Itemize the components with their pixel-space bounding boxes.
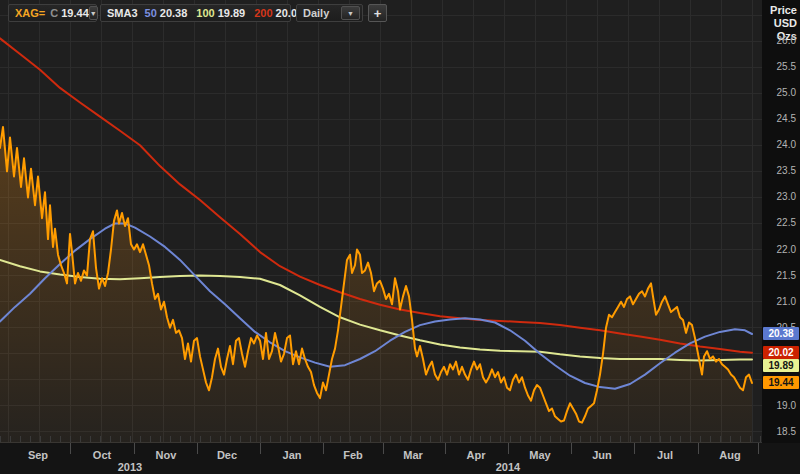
sma100-value: 19.89 xyxy=(218,7,246,19)
price-badge-sma50: 20.38 xyxy=(763,327,799,340)
instrument-symbol: XAG= xyxy=(15,7,45,19)
month-label: Apr xyxy=(456,449,496,461)
instrument-last-price: 19.44 xyxy=(61,7,89,19)
y-axis-label: 24.5 xyxy=(764,113,796,125)
month-tick xyxy=(698,443,699,454)
y-axis-label: 19.0 xyxy=(764,400,796,412)
price-axis[interactable]: PriceUSDOzs 26.025.525.024.524.023.523.0… xyxy=(762,0,800,443)
y-axis-label: 23.5 xyxy=(764,165,796,177)
year-label: 2013 xyxy=(110,461,150,473)
sma50-value: 20.38 xyxy=(160,7,188,19)
dropdown-arrow-icon: ▼ xyxy=(90,10,97,17)
month-tick xyxy=(197,443,198,454)
interval-dropdown-button[interactable]: ▼ xyxy=(341,6,360,20)
chart-toolbar: XAG= C 19.44 ▼ SMA3 50 20.38 100 19.89 2… xyxy=(0,0,762,26)
instrument-panel[interactable]: XAG= C 19.44 ▼ xyxy=(8,4,97,22)
sma-indicator-panel[interactable]: SMA3 50 20.38 100 19.89 200 20.02 ▼ xyxy=(100,4,291,22)
y-axis-label: 22.0 xyxy=(764,244,796,256)
instrument-dropdown-button[interactable]: ▼ xyxy=(89,6,98,20)
month-tick xyxy=(758,443,759,454)
month-tick xyxy=(634,443,635,454)
month-label: Aug xyxy=(710,449,750,461)
price-badge-sma100: 19.89 xyxy=(763,359,799,372)
y-axis-label: 21.0 xyxy=(764,296,796,308)
y-axis-label: 21.5 xyxy=(764,270,796,282)
month-tick xyxy=(571,443,572,454)
month-label: Nov xyxy=(146,449,186,461)
price-badge-price: 19.44 xyxy=(763,376,799,389)
month-label: May xyxy=(520,449,560,461)
sma200-period: 200 xyxy=(254,7,272,19)
y-axis-label: 23.0 xyxy=(764,191,796,203)
add-chart-button[interactable]: + xyxy=(368,4,387,22)
y-axis-label: 25.5 xyxy=(764,61,796,73)
month-label: Sep xyxy=(18,449,58,461)
dropdown-arrow-icon: ▼ xyxy=(347,10,354,17)
sma-label: SMA3 xyxy=(107,7,138,19)
price-chart-svg xyxy=(0,0,762,443)
month-label: Oct xyxy=(82,449,122,461)
interval-value: Daily xyxy=(303,7,329,19)
y-axis-label: 22.5 xyxy=(764,217,796,229)
month-label: Dec xyxy=(207,449,247,461)
sma50-period: 50 xyxy=(145,7,157,19)
sma100-period: 100 xyxy=(196,7,214,19)
plus-icon: + xyxy=(374,6,382,21)
month-tick xyxy=(70,443,71,454)
month-label: Jan xyxy=(272,449,312,461)
y-axis-label: 24.0 xyxy=(764,139,796,151)
month-label: Feb xyxy=(333,449,373,461)
month-tick xyxy=(445,443,446,454)
chart-plot[interactable] xyxy=(0,0,762,443)
date-axis[interactable]: SepOctNovDecJanFebMarAprMayJunJulAug 201… xyxy=(0,443,800,474)
y-axis-label: 26.0 xyxy=(764,35,796,47)
charting-app-window: PriceUSDOzs 26.025.525.024.524.023.523.0… xyxy=(0,0,800,474)
instrument-field: C xyxy=(50,7,58,19)
month-tick xyxy=(323,443,324,454)
minor-date-ticks xyxy=(0,436,762,442)
year-label: 2014 xyxy=(488,461,528,473)
month-tick xyxy=(383,443,384,454)
month-label: Jul xyxy=(645,449,685,461)
price-badge-sma200: 20.02 xyxy=(763,346,799,359)
month-tick xyxy=(134,443,135,454)
month-tick xyxy=(260,443,261,454)
month-tick xyxy=(508,443,509,454)
y-axis-label: 25.0 xyxy=(764,87,796,99)
interval-select[interactable]: Daily ▼ xyxy=(296,4,363,22)
month-label: Mar xyxy=(393,449,433,461)
month-label: Jun xyxy=(582,449,622,461)
y-axis-label: 18.5 xyxy=(764,426,796,438)
